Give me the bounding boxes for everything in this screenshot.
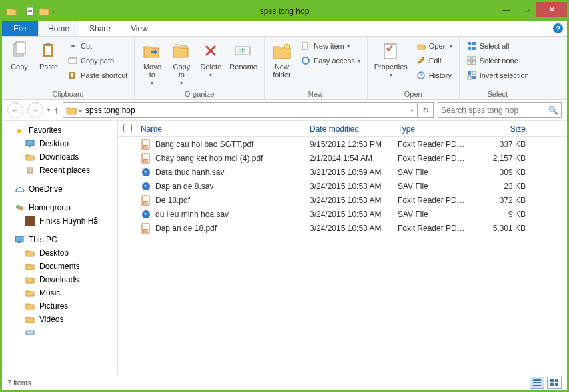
group-organize: Move to▾ Copy to▾ Delete▾ ab Rename Orga… bbox=[135, 37, 265, 99]
move-to-button[interactable]: Move to▾ bbox=[139, 39, 165, 87]
file-row[interactable]: PDFDap an de 18.pdf3/24/2015 10:53 AMFox… bbox=[118, 221, 567, 235]
select-all-checkbox[interactable] bbox=[123, 124, 132, 132]
svg-rect-3 bbox=[28, 11, 32, 12]
nav-homegroup[interactable]: Homegroup bbox=[2, 201, 117, 214]
breadcrumb-segment[interactable]: spss tong hop bbox=[85, 106, 135, 115]
properties-button[interactable]: Properties▾ bbox=[372, 39, 410, 79]
open-icon bbox=[416, 41, 426, 51]
delete-button[interactable]: Delete▾ bbox=[197, 39, 224, 79]
ribbon-tabs: File Home Share View ⌃ ? bbox=[2, 21, 567, 37]
column-date[interactable]: Date modified bbox=[306, 124, 394, 134]
svg-rect-20 bbox=[468, 42, 471, 45]
rename-button[interactable]: ab Rename bbox=[227, 39, 260, 72]
svg-rect-27 bbox=[472, 61, 476, 65]
copy-to-button[interactable]: Copy to▾ bbox=[168, 39, 195, 87]
view-tab[interactable]: View bbox=[121, 21, 158, 36]
nav-pc-documents[interactable]: Documents bbox=[2, 260, 117, 273]
maximize-button[interactable]: ▭ bbox=[516, 2, 536, 17]
file-row[interactable]: PDFBang cau hoi bao SGTT.pdf9/15/2012 12… bbox=[118, 137, 567, 151]
search-input[interactable] bbox=[441, 106, 548, 115]
recent-locations-icon[interactable]: ▾ bbox=[47, 107, 50, 113]
edit-button[interactable]: Edit bbox=[413, 53, 455, 68]
group-clipboard: Copy Paste ✂Cut Copy path Paste shortcut… bbox=[2, 37, 135, 99]
open-button[interactable]: Open ▾ bbox=[413, 39, 455, 53]
invert-selection-button[interactable]: Invert selection bbox=[464, 68, 532, 83]
svg-text:ab: ab bbox=[238, 47, 246, 55]
nav-pc-videos[interactable]: Videos bbox=[2, 313, 117, 326]
thumbnails-view-button[interactable] bbox=[547, 377, 562, 389]
file-row[interactable]: PDFDe 18.pdf3/24/2015 10:53 AMFoxit Read… bbox=[118, 193, 567, 207]
paste-button[interactable]: Paste bbox=[35, 39, 62, 72]
svg-rect-39 bbox=[17, 242, 21, 243]
easy-access-button[interactable]: Easy access ▾ bbox=[298, 53, 363, 68]
file-type: SAV File bbox=[394, 168, 470, 177]
rename-icon: ab bbox=[233, 40, 254, 61]
nav-this-pc[interactable]: This PC bbox=[2, 233, 117, 246]
forward-button[interactable]: → bbox=[27, 102, 43, 118]
select-none-button[interactable]: Select none bbox=[464, 53, 532, 68]
nav-downloads[interactable]: Downloads bbox=[2, 150, 117, 164]
refresh-button[interactable]: ↻ bbox=[418, 102, 434, 118]
minimize-button[interactable]: — bbox=[496, 2, 516, 17]
column-name[interactable]: Name bbox=[137, 124, 306, 134]
search-icon[interactable]: 🔍 bbox=[548, 106, 558, 115]
cut-icon: ✂ bbox=[67, 41, 78, 51]
help-icon[interactable]: ? bbox=[553, 23, 563, 33]
nav-recent-places[interactable]: Recent places bbox=[2, 164, 117, 177]
back-button[interactable]: ← bbox=[7, 102, 23, 118]
select-all-button[interactable]: Select all bbox=[464, 39, 532, 53]
nav-pc-pictures[interactable]: Pictures bbox=[2, 299, 117, 313]
cut-button[interactable]: ✂Cut bbox=[65, 39, 130, 53]
nav-pc-desktop[interactable]: Desktop bbox=[2, 246, 117, 260]
qat-dropdown-icon[interactable]: ▾ bbox=[52, 9, 55, 15]
file-size: 372 KB bbox=[470, 196, 530, 205]
paste-shortcut-button[interactable]: Paste shortcut bbox=[65, 68, 130, 83]
new-folder-icon bbox=[271, 40, 292, 61]
onedrive-icon bbox=[14, 184, 25, 194]
checkbox-column[interactable] bbox=[118, 124, 137, 134]
copy-path-button[interactable]: Copy path bbox=[65, 53, 130, 68]
nav-pc-downloads[interactable]: Downloads bbox=[2, 273, 117, 286]
address-bar[interactable]: ▸ spss tong hop ⌄ bbox=[63, 102, 418, 118]
chevron-right-icon[interactable]: ▸ bbox=[79, 107, 83, 114]
file-row[interactable]: ΣDap an de 8.sav3/24/2015 10:53 AMSAV Fi… bbox=[118, 179, 567, 193]
collapse-ribbon-icon[interactable]: ⌃ bbox=[542, 25, 546, 31]
navigation-pane[interactable]: ★Favorites Desktop Downloads Recent plac… bbox=[2, 121, 118, 375]
history-button[interactable]: History bbox=[413, 68, 455, 83]
file-date: 3/24/2015 10:53 AM bbox=[306, 210, 394, 219]
column-size[interactable]: Size bbox=[470, 124, 530, 134]
file-row[interactable]: PDFChay bang ket hop moi (4).pdf2/1/2014… bbox=[118, 151, 567, 165]
nav-onedrive[interactable]: OneDrive bbox=[2, 182, 117, 196]
copy-button[interactable]: Copy bbox=[6, 39, 33, 72]
qat-properties-icon[interactable] bbox=[25, 6, 36, 17]
file-row[interactable]: ΣData thuc hanh.sav3/21/2015 10:59 AMSAV… bbox=[118, 165, 567, 179]
file-tab[interactable]: File bbox=[2, 21, 38, 36]
file-list-body[interactable]: PDFBang cau hoi bao SGTT.pdf9/15/2012 12… bbox=[118, 137, 567, 375]
share-tab[interactable]: Share bbox=[79, 21, 121, 36]
new-folder-button[interactable]: New folder bbox=[269, 39, 295, 80]
nav-homegroup-user[interactable]: Finiks Huỳnh Hải bbox=[2, 214, 117, 228]
folder-icon bbox=[25, 301, 35, 311]
close-button[interactable]: ✕ bbox=[536, 2, 567, 17]
history-icon bbox=[416, 70, 426, 81]
column-type[interactable]: Type bbox=[394, 124, 470, 134]
star-icon: ★ bbox=[14, 125, 25, 136]
status-bar: 7 items bbox=[2, 375, 567, 390]
nav-pc-more[interactable] bbox=[2, 326, 117, 339]
address-dropdown-icon[interactable]: ⌄ bbox=[410, 107, 414, 113]
svg-rect-26 bbox=[468, 61, 471, 65]
file-size: 309 KB bbox=[470, 168, 530, 177]
svg-rect-33 bbox=[29, 146, 31, 147]
body: ★Favorites Desktop Downloads Recent plac… bbox=[2, 121, 567, 375]
file-name: Dap an de 18.pdf bbox=[155, 224, 217, 233]
file-row[interactable]: Σdu lieu minh hoa.sav3/24/2015 10:53 AMS… bbox=[118, 207, 567, 221]
nav-desktop[interactable]: Desktop bbox=[2, 137, 117, 150]
nav-favorites[interactable]: ★Favorites bbox=[2, 124, 117, 137]
up-button[interactable]: ↑ bbox=[54, 105, 59, 116]
details-view-button[interactable] bbox=[530, 377, 544, 389]
new-item-button[interactable]: New item ▾ bbox=[298, 39, 363, 53]
nav-pc-music[interactable]: Music bbox=[2, 286, 117, 299]
home-tab[interactable]: Home bbox=[38, 21, 79, 36]
qat-newfolder-icon[interactable] bbox=[39, 7, 49, 16]
search-box[interactable]: 🔍 bbox=[438, 102, 562, 118]
